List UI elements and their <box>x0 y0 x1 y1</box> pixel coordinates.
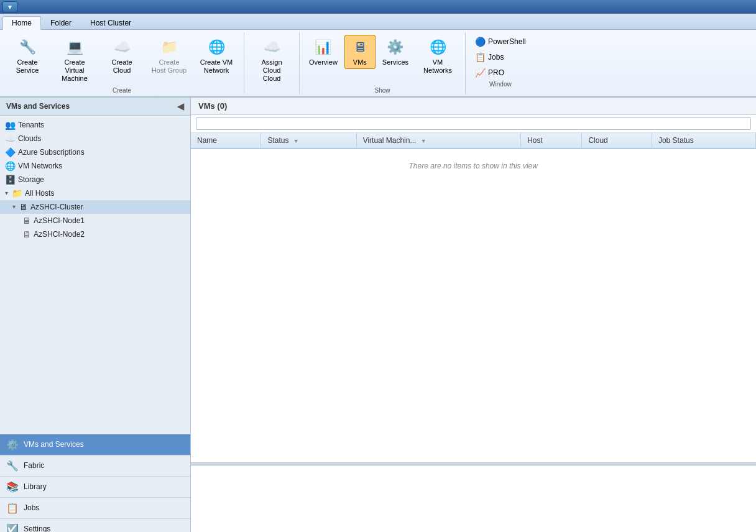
sidebar-item-clouds[interactable]: ☁️ Clouds <box>0 132 190 145</box>
storage-label: Storage <box>18 175 44 184</box>
sidebar-nav: ⚙️ VMs and Services 🔧 Fabric 📚 Library 📋… <box>0 434 190 532</box>
col-status[interactable]: Status ▼ <box>261 133 356 149</box>
cluster-label: AzSHCI-Cluster <box>30 203 83 211</box>
tab-folder[interactable]: Folder <box>41 16 81 29</box>
app-menu-button[interactable]: ▼ <box>2 1 17 12</box>
ribbon-group-assign: ☁️ Assign Cloud Cloud <box>244 32 300 94</box>
tenants-label: Tenants <box>18 121 44 129</box>
azure-icon: 🔷 <box>5 147 16 157</box>
col-job-status-label: Job Status <box>658 136 694 145</box>
search-bar <box>191 115 756 133</box>
col-name[interactable]: Name <box>191 133 261 149</box>
pro-button[interactable]: 📈 PRO <box>471 66 530 80</box>
overview-label: Overview <box>309 58 338 66</box>
nav-item-jobs[interactable]: 📋 Jobs <box>0 498 190 519</box>
col-host[interactable]: Host <box>521 133 582 149</box>
create-service-button[interactable]: 🔧 Create Service <box>5 35 50 77</box>
nav-vms-services-label: VMs and Services <box>24 440 84 449</box>
tenants-icon: 👥 <box>5 120 16 130</box>
col-cloud[interactable]: Cloud <box>582 133 652 149</box>
services-label: Services <box>382 58 408 66</box>
vm-networks-tree-icon: 🌐 <box>5 161 16 171</box>
create-vm-icon: 💻 <box>65 37 85 57</box>
vms-label: VMs <box>353 58 367 66</box>
jobs-window-button[interactable]: 📋 Jobs <box>471 50 530 64</box>
create-service-label: Create Service <box>9 58 45 75</box>
vms-icon: 🖥 <box>350 37 370 57</box>
overview-button[interactable]: 📊 Overview <box>305 35 342 69</box>
services-icon: ⚙️ <box>385 37 405 57</box>
col-status-label: Status <box>267 136 288 145</box>
nav-item-vms-services[interactable]: ⚙️ VMs and Services <box>0 434 190 456</box>
col-virtual-machine[interactable]: Virtual Machin... ▼ <box>356 133 521 149</box>
create-vm-network-button[interactable]: 🌐 Create VM Network <box>194 35 239 77</box>
create-cloud-label: Create Cloud <box>104 58 140 75</box>
sidebar-item-azshci-node1[interactable]: 🖥 AzSHCI-Node1 <box>0 214 190 227</box>
table-header-row: Name Status ▼ Virtual Machin... ▼ Host <box>191 133 756 149</box>
nav-item-settings[interactable]: ☑️ Settings <box>0 519 190 532</box>
clouds-icon: ☁️ <box>5 134 16 144</box>
vm-networks-icon: 🌐 <box>428 37 448 57</box>
create-vm-network-icon: 🌐 <box>206 37 226 57</box>
create-cloud-button[interactable]: ☁️ Create Cloud <box>99 35 144 77</box>
pro-label: PRO <box>488 68 504 77</box>
vms-button[interactable]: 🖥 VMs <box>344 35 376 69</box>
col-status-sort-icon: ▼ <box>293 138 299 144</box>
azure-label: Azure Subscriptions <box>18 148 85 157</box>
table-header: Name Status ▼ Virtual Machin... ▼ Host <box>191 133 756 149</box>
create-host-group-label: Create Host Group <box>151 58 187 75</box>
sidebar-item-storage[interactable]: 🗄️ Storage <box>0 173 190 186</box>
sidebar-item-all-hosts[interactable]: ▾ 📁 All Hosts <box>0 186 190 200</box>
main-area: VMs and Services ◀ 👥 Tenants ☁️ Clouds 🔷… <box>0 98 756 532</box>
create-host-group-button[interactable]: 📁 Create Host Group <box>147 35 191 77</box>
powershell-button[interactable]: 🔵 PowerShell <box>471 35 530 48</box>
nav-vms-services-icon: ⚙️ <box>6 439 19 451</box>
assign-cloud-icon: ☁️ <box>262 37 282 57</box>
col-vm-sort-icon: ▼ <box>421 138 426 144</box>
create-group-items: 🔧 Create Service 💻 Create Virtual Machin… <box>5 34 239 86</box>
nav-settings-icon: ☑️ <box>6 523 19 532</box>
sidebar-item-vm-networks[interactable]: 🌐 VM Networks <box>0 159 190 173</box>
nav-library-label: Library <box>24 482 47 491</box>
services-button[interactable]: ⚙️ Services <box>378 35 413 69</box>
col-name-label: Name <box>197 136 217 145</box>
nav-jobs-icon: 📋 <box>6 502 19 514</box>
col-cloud-label: Cloud <box>588 136 607 145</box>
assign-cloud-button[interactable]: ☁️ Assign Cloud Cloud <box>249 35 294 86</box>
create-virtual-machine-button[interactable]: 💻 Create Virtual Machine <box>52 35 97 86</box>
nav-item-fabric[interactable]: 🔧 Fabric <box>0 456 190 477</box>
col-vm-label: Virtual Machin... <box>363 136 417 145</box>
sidebar-item-azshci-node2[interactable]: 🖥 AzSHCI-Node2 <box>0 227 190 241</box>
node1-icon: 🖥 <box>22 216 31 226</box>
show-group-label: Show <box>375 87 390 94</box>
overview-icon: 📊 <box>313 37 333 57</box>
create-service-icon: 🔧 <box>17 37 37 57</box>
tab-host-cluster[interactable]: Host Cluster <box>81 16 141 29</box>
assign-group-items: ☁️ Assign Cloud Cloud <box>249 34 294 93</box>
tab-home[interactable]: Home <box>2 16 41 30</box>
lower-panel <box>191 466 756 532</box>
col-job-status[interactable]: Job Status <box>652 133 755 149</box>
vm-networks-button[interactable]: 🌐 VM Networks <box>415 35 460 77</box>
table-body: There are no items to show in this view <box>191 149 756 183</box>
node1-label: AzSHCI-Node1 <box>34 216 85 225</box>
empty-row: There are no items to show in this view <box>191 149 756 183</box>
clouds-label: Clouds <box>18 134 41 143</box>
sidebar-header: VMs and Services ◀ <box>0 98 190 116</box>
nav-jobs-label: Jobs <box>24 503 39 512</box>
sidebar-collapse-button[interactable]: ◀ <box>177 101 184 111</box>
nav-library-icon: 📚 <box>6 481 19 493</box>
jobs-label: Jobs <box>488 53 504 62</box>
ribbon-body: 🔧 Create Service 💻 Create Virtual Machin… <box>0 30 756 98</box>
ribbon-group-show: 📊 Overview 🖥 VMs ⚙️ Services 🌐 VM Networ… <box>300 32 466 94</box>
nav-fabric-icon: 🔧 <box>6 460 19 472</box>
pro-icon: 📈 <box>475 68 486 78</box>
sidebar-item-azure-subscriptions[interactable]: 🔷 Azure Subscriptions <box>0 145 190 159</box>
powershell-label: PowerShell <box>488 37 526 46</box>
sidebar-item-azshci-cluster[interactable]: ▾ 🖥 AzSHCI-Cluster <box>0 200 190 214</box>
sidebar-item-tenants[interactable]: 👥 Tenants <box>0 118 190 132</box>
search-input[interactable] <box>196 117 751 130</box>
create-host-group-icon: 📁 <box>159 37 179 57</box>
nav-item-library[interactable]: 📚 Library <box>0 477 190 498</box>
nav-settings-label: Settings <box>24 525 50 532</box>
